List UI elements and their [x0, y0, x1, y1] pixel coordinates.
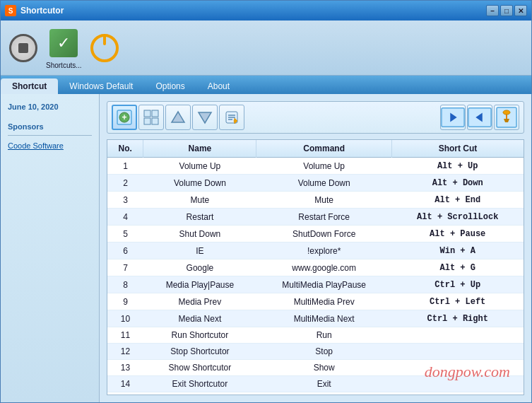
toolbar: ✓ Shortcuts... — [1, 21, 531, 76]
power-icon — [90, 34, 119, 62]
tab-windows-default[interactable]: Windows Default — [58, 78, 144, 94]
sidebar: June 10, 2020 Sponsors Coode Software — [1, 94, 100, 402]
svg-point-20 — [503, 110, 510, 115]
edit-button[interactable] — [219, 105, 244, 130]
cell-command: Run — [256, 327, 392, 344]
cell-no: 11 — [107, 327, 143, 344]
cell-shortcut: Ctrl + Left — [391, 293, 524, 310]
table-row[interactable]: 1Volume UpVolume UpAlt + Up — [107, 158, 524, 175]
cell-shortcut: Alt + End — [391, 192, 524, 209]
table-row[interactable]: 3MuteMuteAlt + End — [107, 192, 524, 209]
cell-command: Mute — [256, 192, 392, 209]
cell-no: 5 — [107, 226, 143, 243]
cell-shortcut — [391, 344, 524, 360]
table-row[interactable]: 8Media Play|PauseMultiMedia PlayPauseCtr… — [107, 276, 524, 293]
cell-no: 4 — [107, 209, 143, 226]
cell-command: Restart Force — [256, 209, 392, 226]
cell-name: IE — [143, 243, 256, 259]
cell-shortcut: Alt + Down — [391, 175, 524, 192]
power-button[interactable] — [90, 34, 119, 62]
shortcuts-label: Shortcuts... — [46, 62, 82, 69]
cell-name: Exit Shortcutor — [143, 376, 256, 392]
cell-name: Volume Down — [143, 175, 256, 192]
stop-button[interactable] — [9, 34, 37, 62]
col-header-shortcut: Short Cut — [391, 140, 524, 158]
content-wrapper: No. Name Command Short Cut 1Volume UpVol… — [107, 139, 524, 395]
close-button[interactable]: ✕ — [514, 5, 527, 16]
down-button[interactable] — [192, 105, 218, 130]
shortcut-table: No. Name Command Short Cut 1Volume UpVol… — [107, 140, 524, 392]
table-header-row: No. Name Command Short Cut — [107, 140, 524, 158]
table-row[interactable]: 13Show ShortcutorShow — [107, 360, 524, 376]
table-row[interactable]: 14Exit ShortcutorExit — [107, 376, 524, 392]
cell-shortcut: Ctrl + Up — [391, 276, 524, 293]
cell-command: MultiMedia Prev — [256, 293, 392, 310]
cell-shortcut: Win + A — [391, 243, 524, 259]
cell-no: 14 — [107, 376, 143, 392]
action-toolbar: + — [107, 101, 524, 134]
cell-name: Google — [143, 259, 256, 276]
table-row[interactable]: 6IE!explore*Win + A — [107, 243, 524, 259]
cell-command: Show — [256, 360, 392, 376]
cell-no: 10 — [107, 310, 143, 327]
shortcuts-button[interactable]: ✓ Shortcuts... — [46, 26, 82, 69]
minimize-button[interactable]: – — [486, 5, 499, 16]
col-header-no: No. — [107, 140, 143, 158]
cell-name: Restart — [143, 209, 256, 226]
table-row[interactable]: 2Volume DownVolume DownAlt + Down — [107, 175, 524, 192]
cell-shortcut: Alt + ScrollLock — [391, 209, 524, 226]
tab-options[interactable]: Options — [144, 78, 196, 94]
cell-name: Media Prev — [143, 293, 256, 310]
cell-command: MultiMedia Next — [256, 310, 392, 327]
cell-no: 1 — [107, 158, 143, 175]
table-row[interactable]: 7Googlewww.google.comAlt + G — [107, 259, 524, 276]
window-controls: – □ ✕ — [486, 5, 527, 16]
main-window: S Shortcutor – □ ✕ ✓ Shortcuts... Shortc… — [0, 0, 532, 403]
cell-command: Exit — [256, 376, 392, 392]
action-toolbar-left: + — [112, 105, 244, 130]
cell-no: 2 — [107, 175, 143, 192]
tab-about[interactable]: About — [196, 78, 241, 94]
cell-command: Volume Up — [256, 158, 392, 175]
cell-name: Run Shortcutor — [143, 327, 256, 344]
app-icon: S — [5, 5, 16, 16]
svg-marker-8 — [199, 112, 211, 123]
svg-text:+: + — [122, 112, 126, 122]
svg-rect-4 — [152, 110, 158, 117]
col-header-command: Command — [256, 140, 392, 158]
cell-name: Volume Up — [143, 158, 256, 175]
nav-tabs: Shortcut Windows Default Options About — [1, 76, 531, 94]
maximize-button[interactable]: □ — [500, 5, 513, 16]
tab-shortcut[interactable]: Shortcut — [1, 78, 58, 94]
cell-name: Show Shortcutor — [143, 360, 256, 376]
sidebar-divider — [8, 135, 92, 136]
table-row[interactable]: 5Shut DownShutDown ForceAlt + Pause — [107, 226, 524, 243]
coode-software-link[interactable]: Coode Software — [8, 141, 92, 150]
table-row[interactable]: 9Media PrevMultiMedia PrevCtrl + Left — [107, 293, 524, 310]
cell-no: 12 — [107, 344, 143, 360]
cell-name: Mute — [143, 192, 256, 209]
add-button[interactable]: + — [112, 105, 137, 130]
cell-name: Shut Down — [143, 226, 256, 243]
cell-name: Media Next — [143, 310, 256, 327]
sponsors-title: Sponsors — [8, 122, 92, 131]
up-button[interactable] — [165, 105, 191, 130]
table-row[interactable]: 4RestartRestart ForceAlt + ScrollLock — [107, 209, 524, 226]
table-row[interactable]: 12Stop ShortcutorStop — [107, 344, 524, 360]
left-arrow-button[interactable] — [467, 105, 492, 130]
grid-button[interactable] — [138, 105, 164, 130]
cell-shortcut — [391, 360, 524, 376]
table-container[interactable]: No. Name Command Short Cut 1Volume UpVol… — [107, 139, 524, 395]
svg-marker-7 — [172, 112, 184, 122]
action-toolbar-right — [440, 105, 519, 130]
content-panel: + — [100, 94, 531, 402]
cell-name: Media Play|Pause — [143, 276, 256, 293]
right-arrow-button[interactable] — [440, 105, 466, 130]
checkmark-icon: ✓ — [49, 29, 78, 57]
svg-rect-6 — [152, 118, 158, 124]
table-row[interactable]: 11Run ShortcutorRun — [107, 327, 524, 344]
table-row[interactable]: 10Media NextMultiMedia NextCtrl + Right — [107, 310, 524, 327]
cell-command: ShutDown Force — [256, 226, 392, 243]
pin-button[interactable] — [494, 105, 519, 130]
cell-shortcut: Alt + Up — [391, 158, 524, 175]
